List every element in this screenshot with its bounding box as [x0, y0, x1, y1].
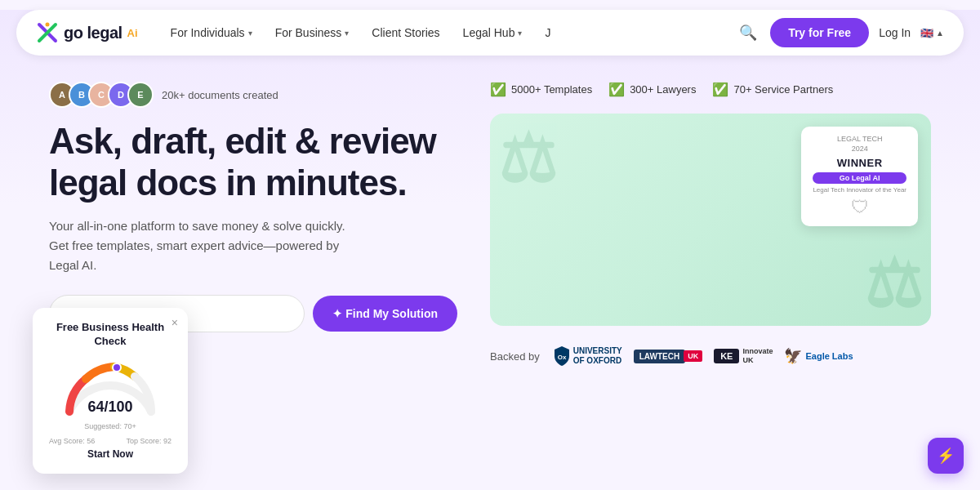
winner-label: WINNER — [813, 157, 906, 169]
svg-point-2 — [46, 23, 50, 27]
oxford-logo: Ox UNIVERSITYOF OXFORD — [553, 345, 622, 367]
gauge-top-label: Top Score: 92 — [126, 437, 172, 445]
start-now-button[interactable]: Start Now — [49, 448, 172, 460]
nav-for-business-label: For Business — [275, 26, 342, 39]
stat-templates-label: 5000+ Templates — [511, 83, 592, 96]
chat-icon: ⚡ — [937, 447, 955, 465]
find-solution-button[interactable]: ✦ Find My Solution — [313, 296, 457, 332]
nav-client-stories-label: Client Stories — [372, 26, 439, 39]
uk-badge: UK — [684, 350, 702, 362]
flag-icon: 🇬🇧 — [920, 27, 933, 39]
chevron-down-icon: ▾ — [345, 29, 349, 38]
oxford-text: UNIVERSITYOF OXFORD — [573, 346, 622, 366]
chevron-down-icon: ▾ — [248, 29, 252, 38]
chevron-down-icon: ▾ — [518, 29, 522, 38]
oxford-shield-icon: Ox — [553, 345, 571, 367]
gauge-avg-label: Avg Score: 56 — [49, 437, 95, 445]
popup-card: × Free Business Health Check 64/100 Sugg… — [33, 308, 188, 474]
winner-badge: LEGAL TECH2024 WINNER Go Legal AI Legal … — [801, 127, 918, 226]
stats-row: ✅ 5000+ Templates ✅ 300+ Lawyers ✅ 70+ S… — [490, 82, 931, 97]
search-button[interactable]: 🔍 — [736, 20, 760, 45]
social-proof: A B C D E 20k+ documents created — [49, 82, 457, 108]
nav-for-business[interactable]: For Business ▾ — [265, 21, 359, 44]
partner-logos: Ox UNIVERSITYOF OXFORD LAWTECH UK KE Inn… — [553, 345, 853, 367]
ket-text: KE — [714, 349, 739, 363]
bottom-chat-button[interactable]: ⚡ — [928, 438, 964, 474]
chevron-down-icon: ▲ — [936, 29, 944, 38]
stat-lawyers-label: 300+ Lawyers — [630, 83, 696, 96]
gauge-labels: Avg Score: 56 Top Score: 92 — [49, 437, 172, 445]
language-selector[interactable]: 🇬🇧 ▲ — [920, 27, 944, 39]
login-link[interactable]: Log In — [879, 26, 911, 39]
watermark-bottom: ⚖ — [864, 252, 923, 318]
logo[interactable]: go legalAi — [36, 21, 138, 44]
hero-image-card: ⚖ ⚖ LEGAL TECH2024 WINNER Go Legal AI Le… — [490, 114, 931, 326]
nav-j[interactable]: J — [535, 21, 560, 44]
avatar: E — [127, 82, 154, 108]
stat-lawyers: ✅ 300+ Lawyers — [608, 82, 696, 97]
navbar: go legalAi For Individuals ▾ For Busines… — [16, 10, 964, 56]
shield-icon: 🛡 — [851, 197, 869, 218]
nav-client-stories[interactable]: Client Stories — [362, 21, 449, 44]
nav-legal-hub-label: Legal Hub — [463, 26, 515, 39]
backed-by: Backed by Ox UNIVERSITYOF OXFORD LAWTECH… — [490, 336, 931, 367]
search-icon: 🔍 — [739, 24, 757, 41]
nav-for-individuals-label: For Individuals — [171, 26, 245, 39]
eagle-icon: 🦅 — [784, 347, 802, 365]
nav-actions: 🔍 Try for Free Log In 🇬🇧 ▲ — [736, 18, 944, 47]
logo-text: go legal — [64, 24, 122, 42]
hero-subtitle: Your all-in-one platform to save money &… — [49, 216, 359, 275]
check-icon: ✅ — [490, 82, 506, 97]
ket-logo: KE InnovateUK — [714, 347, 773, 365]
watermark-top: ⚖ — [498, 122, 557, 198]
gauge-suggested: Suggested: 70+ — [49, 422, 172, 430]
winner-badge-top-text: LEGAL TECH2024 — [813, 135, 906, 154]
popup-title: Free Business Health Check — [49, 321, 172, 349]
stat-partners-label: 70+ Service Partners — [733, 83, 833, 96]
docs-count: 20k+ documents created — [162, 89, 278, 101]
logo-icon — [36, 21, 59, 44]
logo-ai: Ai — [127, 27, 138, 39]
eagle-labs-logo: 🦅 Eagle Labs — [784, 347, 853, 365]
gauge-score: 64/100 — [87, 399, 132, 416]
hero-right: ✅ 5000+ Templates ✅ 300+ Lawyers ✅ 70+ S… — [490, 82, 931, 367]
nav-legal-hub[interactable]: Legal Hub ▾ — [453, 21, 532, 44]
innovate-text: InnovateUK — [742, 347, 773, 365]
check-icon: ✅ — [608, 82, 625, 97]
popup-close-button[interactable]: × — [172, 316, 178, 329]
winner-company: Go Legal AI — [813, 172, 906, 184]
check-icon: ✅ — [712, 82, 728, 97]
nav-for-individuals[interactable]: For Individuals ▾ — [161, 21, 262, 44]
svg-point-4 — [113, 363, 121, 372]
avatar-group: A B C D E — [49, 82, 154, 108]
nav-j-label: J — [545, 26, 550, 39]
nav-links: For Individuals ▾ For Business ▾ Client … — [161, 21, 737, 44]
stat-partners: ✅ 70+ Service Partners — [712, 82, 833, 97]
lawtech-logo: LAWTECH UK — [634, 350, 702, 363]
stat-templates: ✅ 5000+ Templates — [490, 82, 592, 97]
svg-text:Ox: Ox — [557, 354, 566, 361]
try-free-button[interactable]: Try for Free — [770, 18, 869, 47]
eagle-labs-text: Eagle Labs — [805, 351, 853, 361]
backed-by-label: Backed by — [490, 350, 540, 363]
gauge-container: 64/100 — [61, 359, 159, 416]
lawtech-badge: LAWTECH — [634, 350, 685, 363]
winner-award: Legal Tech Innovator of the Year — [813, 186, 906, 194]
hero-title: Ask, draft, edit & review legal docs in … — [49, 121, 457, 203]
